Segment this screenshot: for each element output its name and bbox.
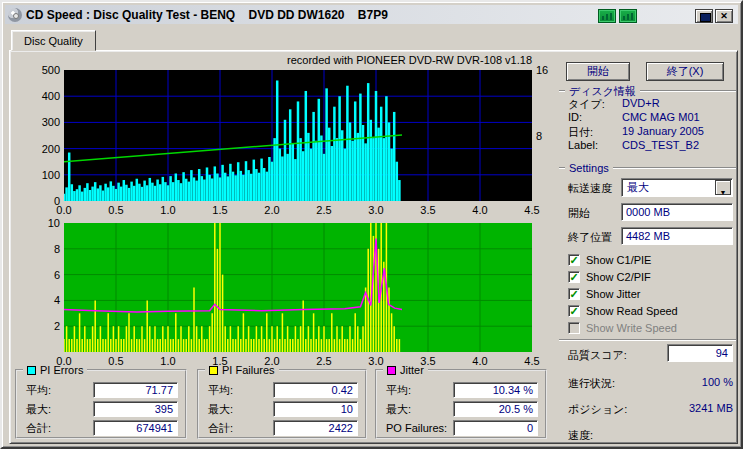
tab-label: Disc Quality: [24, 35, 83, 47]
axis-tick-label: 2.0: [256, 204, 288, 216]
disc-type-label: タイプ:: [568, 97, 605, 112]
axis-tick-label: 1.0: [152, 204, 184, 216]
start-button[interactable]: 開始: [566, 62, 630, 81]
axis-tick-label: 16: [536, 64, 562, 76]
axis-tick-label: 4.5: [516, 204, 548, 216]
disc-type-value: DVD+R: [622, 97, 660, 109]
axis-tick-label: 3.5: [412, 204, 444, 216]
axis-tick-label: 0.5: [100, 204, 132, 216]
transfer-speed-select[interactable]: 最大: [621, 178, 733, 197]
stat-label: 最大:: [26, 402, 51, 417]
disc-id-label: ID:: [568, 111, 582, 123]
divider: [559, 339, 736, 341]
divider: [559, 167, 565, 169]
pi-errors-stats-group: PI Errors 平均: 71.77 最大: 395 合計: 674941: [15, 369, 187, 439]
stat-label: 合計:: [26, 421, 51, 436]
axis-tick-label: 10: [16, 217, 60, 229]
axis-tick-label: 3.0: [360, 204, 392, 216]
divider: [613, 167, 736, 169]
pi-failures-stats-group: PI Failures 平均: 0.42 最大: 10 合計: 2422: [197, 369, 367, 439]
settings-header: Settings: [559, 162, 736, 174]
checkbox-icon: [568, 322, 580, 334]
pi-errors-graph: [64, 70, 532, 201]
disc-info-header: ディスク情報: [559, 85, 736, 97]
checkbox-show-c2-pif[interactable]: Show C2/PIF: [568, 270, 651, 283]
pi-failures-graph: [64, 223, 532, 352]
end-position-input[interactable]: 4482 MB: [621, 227, 733, 245]
jitter-stats-group: Jitter 平均: 10.34 % 最大: 20.5 % PO Failure…: [375, 369, 547, 439]
recorded-note: recorded with PIONEER DVD-RW DVR-108 v1.…: [64, 54, 532, 66]
position-label: ポジション:: [568, 402, 627, 417]
disc-label-value: CDS_TEST_B2: [622, 139, 699, 151]
checkbox-show-c1-pie[interactable]: Show C1/PIE: [568, 253, 651, 266]
stat-value: 10.34 %: [453, 382, 538, 398]
disc-label-label: Label:: [568, 139, 598, 151]
stat-row: 最大: 20.5 %: [386, 401, 538, 417]
checkbox-show-jitter[interactable]: Show Jitter: [568, 287, 640, 300]
axis-tick-label: 2: [16, 320, 60, 332]
minimize-button[interactable]: [695, 9, 713, 23]
disc-date-value: 19 January 2005: [622, 125, 704, 137]
stat-label: 最大:: [208, 402, 233, 417]
position-value: 3241 MB: [630, 402, 733, 414]
stat-value: 71.77: [93, 382, 178, 398]
stat-row: 平均: 10.34 %: [386, 382, 538, 398]
checkbox-icon: [568, 254, 580, 266]
stat-row: PO Failures: 0: [386, 420, 538, 436]
pi-errors-swatch-icon: [27, 366, 36, 375]
tab-control: Disc Quality recorded with PIONEER DVD-R…: [9, 30, 738, 444]
checkbox-show-write-speed[interactable]: Show Write Speed: [568, 321, 677, 334]
stat-row: 合計: 2422: [208, 420, 358, 436]
axis-tick-label: 400: [16, 90, 60, 102]
stat-label: 平均:: [386, 383, 411, 398]
axis-tick-label: 4.5: [516, 355, 548, 367]
divider: [559, 90, 565, 92]
stat-value: 10: [273, 401, 358, 417]
chart-icon-2[interactable]: [619, 9, 637, 23]
stat-value: 395: [93, 401, 178, 417]
stat-value: 0: [453, 420, 538, 436]
tab-page: recorded with PIONEER DVD-RW DVR-108 v1.…: [9, 50, 738, 444]
progress-value: 100 %: [630, 376, 733, 388]
checkbox-label: Show Jitter: [586, 288, 640, 300]
disc-date-label: 日付:: [568, 125, 593, 140]
stat-value: 0.42: [273, 382, 358, 398]
checkbox-label: Show C1/PIE: [586, 254, 651, 266]
quality-score-value: 94: [667, 344, 733, 362]
axis-tick-label: 2.5: [308, 355, 340, 367]
axis-tick-label: 100: [16, 169, 60, 181]
line-jitter: [64, 238, 402, 312]
axis-tick-label: 1.0: [152, 355, 184, 367]
close-icon: ✕: [720, 11, 728, 21]
stat-row: 最大: 10: [208, 401, 358, 417]
checkbox-label: Show C2/PIF: [586, 271, 651, 283]
chart-icon-1[interactable]: [598, 9, 616, 23]
stat-label: 最大:: [386, 402, 411, 417]
checkbox-show-read-speed[interactable]: Show Read Speed: [568, 304, 678, 317]
axis-tick-label: 8: [16, 243, 60, 255]
chevron-down-icon[interactable]: [715, 180, 731, 195]
axis-tick-label: 4.0: [464, 204, 496, 216]
exit-button[interactable]: 終了(X): [646, 62, 724, 81]
close-button[interactable]: ✕: [715, 9, 733, 23]
axis-tick-label: 0.5: [100, 355, 132, 367]
window-title: CD Speed : Disc Quality Test - BENQ DVD …: [26, 8, 388, 22]
checkbox-label: Show Write Speed: [586, 322, 677, 334]
disc-id-value: CMC MAG M01: [622, 111, 700, 123]
axis-tick-label: 1.5: [204, 355, 236, 367]
titlebar[interactable]: CD Speed : Disc Quality Test - BENQ DVD …: [5, 5, 738, 24]
settings-header-label: Settings: [569, 162, 609, 174]
tab-disc-quality[interactable]: Disc Quality: [11, 30, 96, 51]
start-position-input[interactable]: 0000 MB: [621, 203, 733, 221]
axis-tick-label: 3.5: [412, 355, 444, 367]
stat-value: 20.5 %: [453, 401, 538, 417]
app-window: CD Speed : Disc Quality Test - BENQ DVD …: [0, 0, 743, 449]
stat-label: 平均:: [26, 383, 51, 398]
axis-tick-label: 3.0: [360, 355, 392, 367]
checkbox-icon: [568, 288, 580, 300]
bars-pi-errors: [64, 80, 399, 201]
stat-row: 平均: 0.42: [208, 382, 358, 398]
divider: [640, 90, 736, 92]
axis-tick-label: 200: [16, 143, 60, 155]
stat-label: 平均:: [208, 383, 233, 398]
